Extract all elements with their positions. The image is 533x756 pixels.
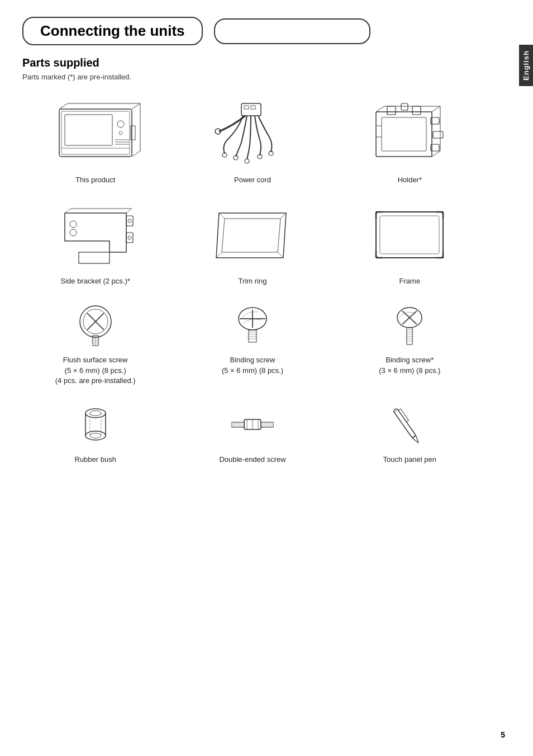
svg-rect-106 [261,422,273,427]
part-touch-panel-pen-label: Touch panel pen [383,455,436,465]
svg-rect-53 [376,212,443,258]
sidebar-english-label: English [519,45,533,86]
svg-point-90 [85,409,106,418]
svg-rect-9 [131,126,135,140]
svg-line-50 [280,213,286,219]
svg-rect-17 [251,106,255,109]
svg-point-95 [90,433,101,438]
svg-line-52 [216,252,222,258]
svg-point-93 [85,431,106,440]
part-frame-image [365,199,454,272]
part-binding-screw-label: Binding screw(5 × 6 mm) (8 pcs.) [222,355,283,375]
part-trim-ring-label: Trim ring [239,276,267,286]
svg-point-20 [245,159,249,163]
part-rubber-bush-label: Rubber bush [74,455,116,465]
part-side-bracket-image [51,199,140,272]
part-rubber-bush-image [68,400,123,450]
section-heading: Parts supplied [22,56,511,69]
svg-rect-2 [65,115,112,145]
svg-line-113 [407,420,409,422]
svg-rect-83 [407,328,412,344]
svg-rect-0 [59,109,132,157]
part-binding-screw-star: Binding screw*(3 × 6 mm) (8 pcs.) [337,295,483,389]
part-flush-surface-screw-image [68,300,123,351]
part-flush-surface-screw-label: Flush surface screw(5 × 6 mm) (8 pcs.)(4… [55,355,136,386]
svg-rect-27 [401,103,408,110]
part-power-cord-image [208,98,297,171]
part-this-product-label: This product [75,175,116,185]
svg-rect-41 [126,216,133,226]
part-touch-panel-pen: Touch panel pen [337,394,483,467]
svg-line-35 [432,106,440,112]
page: English Connecting the units Parts suppl… [0,0,533,756]
svg-rect-1 [61,111,130,154]
svg-rect-24 [376,112,432,157]
part-binding-screw-image [225,300,280,351]
title-pill-decoration [214,18,370,44]
svg-rect-45 [79,252,110,263]
part-holder-image [365,98,454,171]
svg-line-49 [219,213,225,219]
part-power-cord: Power cord [179,92,325,188]
svg-rect-15 [241,103,261,116]
part-holder-label: Holder* [398,175,422,185]
part-this-product: This product [22,92,168,188]
part-double-ended-screw-image [225,400,280,450]
svg-rect-26 [387,106,396,115]
svg-point-43 [128,219,131,223]
svg-point-94 [90,411,101,416]
part-holder: Holder* [337,92,483,188]
svg-rect-16 [244,106,249,109]
svg-line-46 [65,209,70,213]
part-power-cord-label: Power cord [234,175,271,185]
svg-rect-25 [382,117,426,151]
part-rubber-bush: Rubber bush [22,394,168,467]
svg-line-11 [132,103,140,109]
svg-point-114 [393,408,398,413]
svg-rect-30 [433,131,443,138]
svg-point-4 [119,131,122,135]
svg-line-51 [278,252,283,258]
part-binding-screw-star-image [382,300,437,351]
part-binding-screw-star-label: Binding screw*(3 × 6 mm) (8 pcs.) [379,355,440,375]
svg-rect-28 [412,106,421,115]
svg-line-10 [59,103,68,109]
svg-rect-54 [380,216,439,254]
svg-line-47 [126,209,132,213]
svg-point-39 [70,221,77,228]
svg-point-40 [70,229,77,236]
part-frame: Frame [337,193,483,289]
part-binding-screw: Binding screw(5 × 6 mm) (8 pcs.) [179,295,325,389]
part-touch-panel-pen-image [382,400,437,450]
page-number: 5 [501,730,505,739]
part-trim-ring: Trim ring [179,193,325,289]
svg-point-44 [128,236,131,239]
svg-line-112 [401,409,408,420]
svg-rect-102 [232,422,244,427]
part-side-bracket: Side bracket (2 pcs.)* [22,193,168,289]
svg-line-34 [376,106,384,112]
part-side-bracket-label: Side bracket (2 pcs.)* [61,276,130,286]
subtitle: Parts marked (*) are pre-installed. [22,73,511,81]
svg-line-37 [432,151,440,157]
part-trim-ring-image [208,199,297,272]
part-flush-surface-screw: Flush surface screw(5 × 6 mm) (8 pcs.)(4… [22,295,168,389]
svg-rect-110 [393,408,416,438]
svg-line-111 [398,409,401,411]
svg-point-3 [117,121,124,127]
svg-line-13 [132,151,140,157]
svg-rect-75 [249,330,256,342]
part-this-product-image [51,98,140,171]
part-frame-label: Frame [399,276,421,286]
part-double-ended-screw: Double-ended screw [179,394,325,467]
page-title: Connecting the units [22,17,203,45]
title-bar: Connecting the units [22,17,511,45]
parts-grid: This product [22,92,483,467]
part-double-ended-screw-label: Double-ended screw [219,455,285,465]
svg-rect-42 [126,233,133,243]
